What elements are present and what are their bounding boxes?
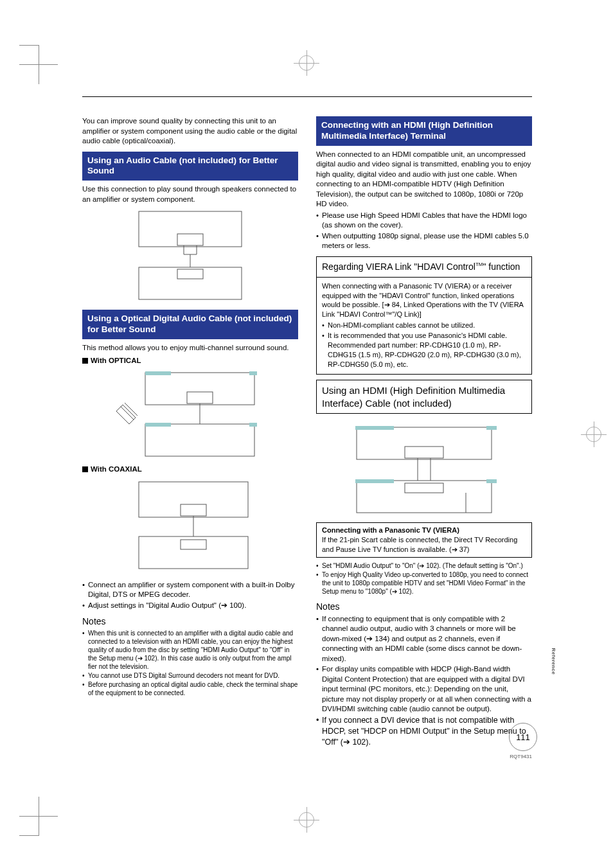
right-note-3: If you connect a DVI device that is not … bbox=[316, 715, 532, 748]
left-notes-heading: Notes bbox=[82, 616, 298, 628]
svg-rect-29 bbox=[486, 479, 497, 483]
viera-b2: It is recommended that you use Panasonic… bbox=[322, 331, 526, 369]
svg-rect-28 bbox=[355, 479, 394, 483]
left-note-3: Before purchasing an optical digital aud… bbox=[82, 680, 298, 697]
right-notes: If connecting to equipment that is only … bbox=[316, 614, 532, 748]
footer-code: RQT9431 bbox=[510, 754, 532, 759]
viera-link-box: Regarding VIERA Link "HDAVI ControlTM" f… bbox=[316, 256, 532, 375]
left-bullet-2: Adjust settings in "Digital Audio Output… bbox=[82, 601, 298, 611]
svg-rect-0 bbox=[139, 211, 242, 247]
panasonic-tv-box: Connecting with a Panasonic TV (VIERA) I… bbox=[316, 522, 532, 558]
diagram-hdmi bbox=[316, 424, 532, 517]
right-notes-heading: Notes bbox=[316, 601, 532, 613]
hdmi-cable-box: Using an HDMI (High Definition Multimedi… bbox=[316, 380, 532, 414]
hdmi-bullet-1: Please use High Speed HDMI Cables that h… bbox=[316, 211, 532, 231]
hdmi-cable-title: Using an HDMI (High Definition Multimedi… bbox=[317, 380, 531, 414]
page-number: 111 bbox=[509, 723, 537, 751]
svg-rect-10 bbox=[249, 371, 257, 375]
viera-link-list: Non-HDMI-compliant cables cannot be util… bbox=[322, 321, 526, 369]
svg-rect-14 bbox=[145, 423, 171, 427]
svg-rect-23 bbox=[486, 426, 497, 430]
hdmi-after-2: To enjoy High Quality Video up-converted… bbox=[316, 571, 532, 596]
panasonic-tv-text: If the 21-pin Scart cable is connected, … bbox=[322, 535, 526, 554]
panasonic-tv-title: Connecting with a Panasonic TV (VIERA) bbox=[322, 526, 526, 535]
svg-rect-22 bbox=[355, 426, 394, 430]
svg-rect-19 bbox=[139, 536, 248, 569]
hdmi-after-bullets: Set "HDMI Audio Output" to "On" (➔ 102).… bbox=[316, 562, 532, 596]
viera-b1: Non-HDMI-compliant cables cannot be util… bbox=[322, 321, 526, 330]
svg-rect-20 bbox=[181, 540, 206, 549]
hdmi-bullets: Please use High Speed HDMI Cables that h… bbox=[316, 211, 532, 251]
diagram-coaxial bbox=[82, 479, 298, 575]
viera-link-title: Regarding VIERA Link "HDAVI ControlTM" f… bbox=[317, 257, 531, 278]
svg-rect-6 bbox=[139, 267, 242, 299]
heading-optical-cable: Using a Optical Digital Audio Cable (not… bbox=[82, 310, 298, 339]
right-note-2: For display units compatible with HDCP (… bbox=[316, 664, 532, 714]
audio-cable-desc: Use this connection to play sound throug… bbox=[82, 184, 298, 204]
right-note-1: If connecting to equipment that is only … bbox=[316, 614, 532, 664]
svg-rect-30 bbox=[405, 483, 443, 493]
svg-rect-8 bbox=[145, 373, 254, 405]
hdmi-after-1: Set "HDMI Audio Output" to "On" (➔ 102).… bbox=[316, 562, 532, 570]
svg-rect-24 bbox=[405, 447, 443, 458]
svg-rect-15 bbox=[249, 423, 257, 427]
svg-rect-17 bbox=[181, 504, 206, 516]
hdmi-desc: When connected to an HDMI compatible uni… bbox=[316, 150, 532, 209]
svg-rect-13 bbox=[145, 424, 254, 456]
hdmi-bullet-2: When outputting 1080p signal, please use… bbox=[316, 231, 532, 251]
left-bullet-1: Connect an amplifier or system component… bbox=[82, 580, 298, 600]
diagram-audio-cable bbox=[82, 208, 298, 305]
heading-audio-cable: Using an Audio Cable (not included) for … bbox=[82, 152, 298, 181]
left-note-2: You cannot use DTS Digital Surround deco… bbox=[82, 671, 298, 680]
side-tab-reference: Reference bbox=[551, 648, 556, 675]
heading-hdmi: Connecting with an HDMI (High Definition… bbox=[316, 116, 532, 146]
svg-rect-21 bbox=[357, 427, 492, 459]
svg-rect-11 bbox=[187, 392, 213, 403]
with-optical-label: With OPTICAL bbox=[82, 356, 298, 366]
svg-rect-27 bbox=[357, 481, 492, 513]
svg-rect-7 bbox=[177, 269, 203, 279]
left-bullets: Connect an amplifier or system component… bbox=[82, 580, 298, 611]
viera-link-para: When connecting with a Panasonic TV (VIE… bbox=[322, 281, 526, 319]
intro-text: You can improve sound quality by connect… bbox=[82, 116, 298, 146]
with-coaxial-label: With COAXIAL bbox=[82, 465, 298, 475]
left-column: You can improve sound quality by connect… bbox=[82, 116, 298, 749]
svg-rect-16 bbox=[139, 482, 248, 517]
right-column: Connecting with an HDMI (High Definition… bbox=[316, 116, 532, 749]
left-note-1: When this unit is connected to an amplif… bbox=[82, 629, 298, 671]
viera-link-body: When connecting with a Panasonic TV (VIE… bbox=[317, 278, 531, 375]
diagram-optical bbox=[82, 369, 298, 459]
top-rule bbox=[82, 96, 532, 97]
optical-desc: This method allows you to enjoy multi-ch… bbox=[82, 343, 298, 353]
svg-rect-1 bbox=[177, 234, 203, 245]
svg-rect-9 bbox=[145, 371, 171, 375]
left-notes: When this unit is connected to an amplif… bbox=[82, 629, 298, 697]
page-content: You can improve sound quality by connect… bbox=[82, 96, 532, 749]
